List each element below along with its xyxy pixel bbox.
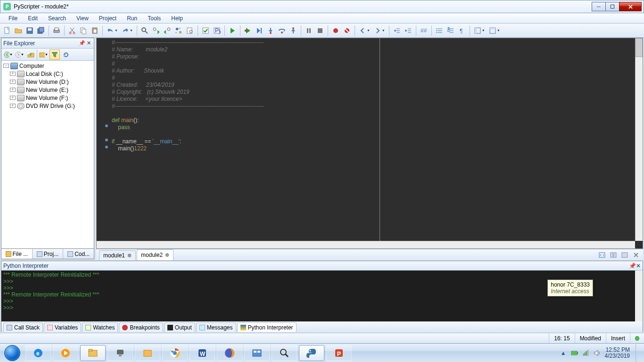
find-icon[interactable] (140, 25, 150, 36)
nav-forward-icon[interactable]: ▼ (372, 25, 387, 36)
taskbar-explorer[interactable] (80, 345, 106, 361)
pin-icon[interactable]: 📌 (79, 40, 85, 46)
taskbar-word[interactable]: W (190, 345, 215, 361)
taskbar-pyscripter[interactable] (299, 345, 324, 361)
find-prev-icon[interactable] (162, 25, 173, 36)
tab-variables[interactable]: Variables (44, 322, 81, 332)
taskbar-ie[interactable]: e (25, 345, 51, 361)
menu-edit[interactable]: Edit (23, 14, 42, 23)
tree-drive-e[interactable]: +New Volume (E:) (2, 86, 93, 94)
tab-breakpoints[interactable]: Breakpoints (119, 322, 163, 332)
menu-help[interactable]: Help (166, 14, 188, 23)
tab-nav-icon[interactable] (597, 250, 607, 260)
menu-project[interactable]: Project (94, 14, 121, 23)
window-layout-icon[interactable]: ▼ (487, 25, 502, 36)
clear-breakpoints-icon[interactable] (342, 25, 352, 36)
close-button[interactable]: ✕ (619, 2, 642, 11)
interpreter-output[interactable]: *** Remote Interpreter Reinitialized ***… (1, 271, 643, 321)
editor-tab-module1[interactable]: module1✽ (99, 250, 136, 260)
syntax-check-icon[interactable] (200, 25, 211, 36)
maximize-button[interactable]: ☐ (605, 2, 619, 11)
paste-icon[interactable] (90, 25, 100, 36)
replace-icon[interactable] (173, 25, 184, 36)
tree-drive-g[interactable]: +DVD RW Drive (G:) (2, 102, 93, 110)
redo-icon[interactable]: ▼ (120, 25, 134, 36)
tab-messages[interactable]: Messages (196, 322, 236, 332)
layout-icon[interactable]: ▼ (472, 25, 487, 36)
save-icon[interactable] (25, 25, 35, 36)
tray-volume-icon[interactable] (594, 349, 601, 357)
fx-filter-icon[interactable] (50, 49, 60, 60)
fx-refresh-icon[interactable] (61, 49, 71, 60)
menu-search[interactable]: Search (43, 14, 71, 23)
run-icon[interactable] (227, 25, 238, 36)
start-button[interactable] (3, 344, 22, 362)
menu-view[interactable]: View (72, 14, 93, 23)
tree-drive-c[interactable]: +Local Disk (C:) (2, 70, 93, 78)
tab-list-icon[interactable] (619, 250, 630, 260)
fx-tab-file[interactable]: File ... (1, 249, 33, 259)
taskbar-control-panel[interactable] (244, 345, 270, 361)
taskbar-firefox[interactable] (217, 345, 242, 361)
menu-tools[interactable]: Tools (143, 14, 165, 23)
find-next-icon[interactable] (151, 25, 161, 36)
minimize-button[interactable]: ─ (592, 2, 606, 11)
new-file-icon[interactable] (2, 25, 12, 36)
import-check-icon[interactable]: Py (212, 25, 222, 36)
indent-icon[interactable] (403, 25, 413, 36)
taskbar-wmp[interactable] (53, 345, 78, 361)
open-file-icon[interactable] (13, 25, 24, 36)
fx-back-icon[interactable]: ▼ (3, 49, 13, 60)
fx-forward-icon[interactable]: ▼ (14, 49, 25, 60)
panel-close-icon[interactable]: ✕ (636, 263, 641, 269)
outdent-icon[interactable] (392, 25, 402, 36)
taskbar-magnifier[interactable] (272, 345, 297, 361)
tab-close-icon[interactable]: ✽ (127, 253, 132, 259)
step-out-icon[interactable] (288, 25, 298, 36)
pause-icon[interactable] (304, 25, 314, 36)
editor-h-scrollbar[interactable] (97, 241, 635, 248)
toggle-breakpoint-icon[interactable] (330, 25, 341, 36)
fx-tab-project[interactable]: Proj... (33, 249, 64, 259)
tab-python-interpreter[interactable]: Python Interpreter (237, 322, 297, 332)
comment-icon[interactable]: ## (419, 25, 429, 36)
run-to-cursor-icon[interactable] (254, 25, 264, 36)
show-desktop-button[interactable] (636, 344, 640, 362)
taskbar-chrome[interactable] (162, 345, 188, 361)
tab-split-icon[interactable] (608, 250, 619, 260)
panel-close-icon[interactable]: ✕ (85, 40, 92, 46)
menu-file[interactable]: File (4, 14, 22, 23)
taskbar-device[interactable] (107, 345, 133, 361)
editor-v-scrollbar[interactable] (635, 38, 643, 241)
step-into-icon[interactable] (265, 25, 276, 36)
tray-network-icon[interactable] (582, 349, 590, 357)
pilcrow-icon[interactable]: ¶ (457, 25, 467, 36)
nav-back-icon[interactable]: ▼ (357, 25, 372, 36)
copy-icon[interactable] (78, 25, 89, 36)
tab-output[interactable]: Output (164, 322, 195, 332)
cut-icon[interactable] (67, 25, 77, 36)
tab-close-icon[interactable]: ✽ (165, 252, 169, 258)
undo-icon[interactable]: ▼ (105, 25, 119, 36)
numbered-list-icon[interactable]: 12 (446, 25, 456, 36)
save-all-icon[interactable] (36, 25, 46, 36)
print-icon[interactable] (51, 25, 62, 36)
tab-call-stack[interactable]: Call Stack (3, 322, 43, 332)
taskbar-powerpoint[interactable]: P (326, 345, 352, 361)
find-in-files-icon[interactable] (185, 25, 195, 36)
fx-tab-code[interactable]: Cod... (63, 249, 94, 259)
tree-drive-d[interactable]: +New Volume (D:) (2, 78, 93, 86)
fx-browse-icon[interactable]: ▼ (38, 49, 49, 60)
code-area[interactable]: #---------------------------------------… (110, 38, 643, 242)
list-icon[interactable] (434, 25, 445, 36)
tray-up-icon[interactable]: ▲ (560, 349, 567, 357)
tab-close-all-icon[interactable] (631, 250, 641, 260)
menu-run[interactable]: Run (122, 14, 142, 23)
fx-up-icon[interactable] (25, 49, 36, 60)
tray-clock[interactable]: 12:52 PM4/23/2019 (605, 347, 630, 359)
tree-root-computer[interactable]: −Computer (2, 62, 93, 70)
tray-battery-icon[interactable] (571, 349, 578, 357)
taskbar-libraries[interactable] (135, 345, 160, 361)
editor-tab-module2[interactable]: module2✽ (137, 249, 173, 260)
pin-icon[interactable]: 📌 (629, 263, 636, 269)
